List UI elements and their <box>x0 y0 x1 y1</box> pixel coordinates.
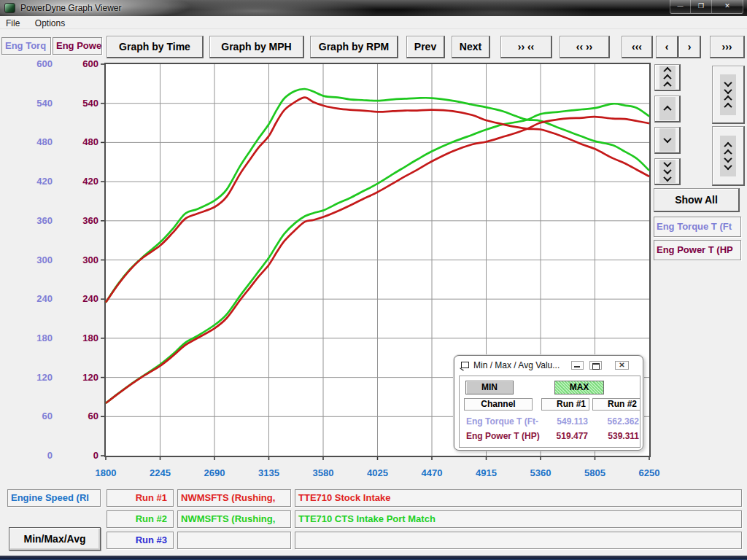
toolbar-button-graph-by-mph[interactable]: Graph by MPH <box>209 36 304 58</box>
power-axis-tick-label: 240 <box>69 293 98 304</box>
zoom-in-vertical-button[interactable] <box>712 66 745 124</box>
min-toggle-button[interactable]: MIN <box>465 381 514 394</box>
scroll-up-button[interactable] <box>654 96 681 122</box>
app-icon <box>4 3 15 13</box>
minmax-window-icon <box>461 362 469 368</box>
toolbar-button-graph-by-time[interactable]: Graph by Time <box>107 36 204 58</box>
minmax-close-button[interactable]: ✕ <box>615 361 629 370</box>
legend-power-channel[interactable]: Eng Power T (HP <box>654 240 741 260</box>
toolbar-button-next[interactable]: Next <box>452 36 490 58</box>
legend-torque-channel[interactable]: Eng Torque T (Ft <box>654 217 741 237</box>
torque-axis-tab[interactable]: Eng Torq <box>1 37 51 55</box>
power-axis-tick-label: 60 <box>69 411 98 421</box>
minmax-row-run2-value: 562.362 <box>582 416 639 427</box>
torque-axis-tick-label: 240 <box>23 293 53 304</box>
maximize-button[interactable]: ❐ <box>691 0 711 14</box>
menu-options[interactable]: Options <box>29 17 71 28</box>
torque-axis-tick-label: 0 <box>23 450 53 461</box>
scroll-up-fast-button[interactable] <box>654 64 681 91</box>
minmax-minimize-button[interactable] <box>571 361 584 370</box>
x-axis-tick-label: 5805 <box>572 467 619 478</box>
scroll-down-button-icon <box>659 128 676 152</box>
power-axis-tick-label: 0 <box>69 450 98 461</box>
close-button[interactable]: ✕ <box>711 0 743 14</box>
toolbar-button-prev[interactable]: Prev <box>406 36 445 58</box>
title-bar: PowerDyne Graph Viewer — ❐ ✕ <box>0 0 747 16</box>
x-axis-tick-label: 4470 <box>409 467 455 478</box>
power-axis-tick-label: 420 <box>69 176 98 187</box>
x-axis-tick-label: 4025 <box>355 467 401 478</box>
power-axis-tick-label: 540 <box>69 98 98 109</box>
x-axis-tick-label: 3135 <box>246 467 293 478</box>
window-title: PowerDyne Graph Viewer <box>20 3 122 13</box>
x-axis-tick-label: 6250 <box>626 467 673 478</box>
run-name-3[interactable] <box>177 532 291 549</box>
minmax-row-channel: Eng Torque T (Ft- <box>466 416 538 427</box>
minimize-icon: — <box>677 2 684 9</box>
torque-axis-tick-label: 120 <box>23 372 53 383</box>
run-name-2[interactable]: NWMSFTS (Rushing, <box>177 510 291 528</box>
power-axis-tick-label: 360 <box>69 215 98 226</box>
scroll-down-fast-button[interactable] <box>654 158 681 185</box>
power-axis-tick-label: 120 <box>69 372 98 383</box>
torque-axis-tick-label: 180 <box>23 332 53 343</box>
minmax-row-run1-value: 549.113 <box>531 416 588 427</box>
toolbar-button--[interactable]: ›› ‹‹ <box>500 36 552 58</box>
toolbar-button--[interactable]: ‹‹‹ <box>622 36 653 58</box>
x-axis-tick-label: 2690 <box>191 467 238 478</box>
power-axis-tick-label: 480 <box>69 136 98 147</box>
scroll-up-button-icon <box>659 97 676 120</box>
max-toggle-button[interactable]: MAX <box>554 381 604 394</box>
run-description-1[interactable]: TTE710 Stock Intake <box>295 489 742 507</box>
torque-axis-tick-label: 420 <box>23 176 53 187</box>
x-axis-tick-label: 5360 <box>517 467 564 478</box>
run-label-1[interactable]: Run #1 <box>107 489 174 507</box>
torque-axis-tick-label: 600 <box>23 58 53 69</box>
torque-axis-tick-label: 540 <box>23 98 53 109</box>
column-header-run1: Run #1 <box>541 398 589 411</box>
run-description-3[interactable] <box>295 532 742 549</box>
menu-file[interactable]: File <box>0 17 26 28</box>
power-axis-tick-label: 600 <box>69 58 98 69</box>
toolbar-button--[interactable]: ‹‹ ›› <box>560 36 610 58</box>
run-label-3[interactable]: Run #3 <box>107 532 174 549</box>
x-axis-tick-label: 2245 <box>137 467 184 478</box>
toolbar-button--[interactable]: ››› <box>710 36 745 58</box>
power-axis-tick-label: 300 <box>69 254 98 265</box>
scroll-up-fast-button-icon <box>659 66 676 89</box>
minmax-row-run1-value: 519.477 <box>531 431 588 441</box>
minimize-button[interactable]: — <box>670 0 691 14</box>
column-header-run2: Run #2 <box>592 398 640 411</box>
torque-axis-tick-label: 480 <box>23 136 53 147</box>
power-axis-tick-label: 180 <box>69 332 98 343</box>
toolbar-button--[interactable]: › <box>678 36 701 58</box>
run-description-2[interactable]: TTE710 CTS Intake Port Match <box>295 510 742 528</box>
show-all-button[interactable]: Show All <box>654 188 740 212</box>
x-axis-tick-label: 1800 <box>82 467 129 478</box>
x-axis-channel-box[interactable]: Engine Speed (RI <box>7 489 101 507</box>
minmax-restore-button[interactable] <box>589 361 602 370</box>
minmax-window: Min / Max / Avg Valu... ✕ MIN MAX Channe… <box>454 355 643 451</box>
torque-axis-tick-label: 360 <box>23 215 53 226</box>
run-name-1[interactable]: NWMSFTS (Rushing, <box>177 489 291 507</box>
window-bottom-border <box>0 556 747 560</box>
zoom-out-vertical-button-icon <box>720 136 736 176</box>
minmax-panel: MIN MAX Channel Run #1 Run #2 Eng Torque… <box>459 376 640 448</box>
x-axis-tick-label: 3580 <box>300 467 347 478</box>
menu-bar: File Options <box>0 16 747 29</box>
scroll-down-button[interactable] <box>654 127 681 154</box>
toolbar-button--[interactable]: ‹ <box>656 36 678 58</box>
minmax-avg-button[interactable]: Min/Max/Avg <box>9 527 101 551</box>
minmax-row-2: Eng Power T (HP)519.477539.311 <box>460 431 641 443</box>
run-label-2[interactable]: Run #2 <box>107 510 174 528</box>
minmax-row-channel: Eng Power T (HP) <box>466 431 540 441</box>
minmax-row-1: Eng Torque T (Ft-549.113562.362 <box>460 416 641 428</box>
zoom-in-vertical-button-icon <box>720 74 736 115</box>
zoom-out-vertical-button[interactable] <box>712 126 745 186</box>
x-axis-tick-label: 4915 <box>463 467 510 478</box>
minmax-window-title: Min / Max / Avg Valu... <box>473 360 560 370</box>
close-icon: ✕ <box>724 2 730 9</box>
column-header-channel: Channel <box>464 398 533 411</box>
power-axis-tab[interactable]: Eng Powe <box>53 37 102 55</box>
toolbar-button-graph-by-rpm[interactable]: Graph by RPM <box>310 36 398 58</box>
